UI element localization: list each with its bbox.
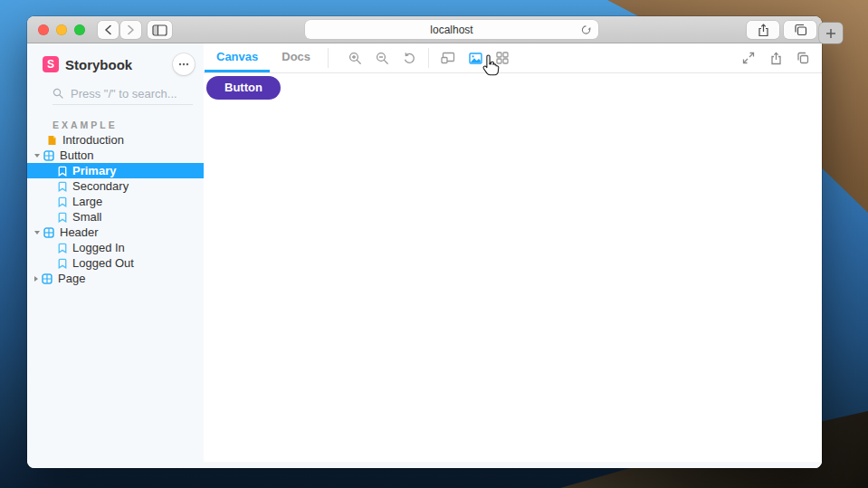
search-icon xyxy=(52,88,63,99)
zoom-reset-icon xyxy=(403,52,416,65)
sidebar-section-label: EXAMPLE xyxy=(52,117,204,132)
tab-docs[interactable]: Docs xyxy=(270,43,322,72)
zoom-out-button[interactable] xyxy=(368,45,396,71)
sidebar-item-header[interactable]: Header xyxy=(27,225,204,240)
story-canvas: Button xyxy=(204,73,822,462)
copy-link-button[interactable] xyxy=(789,45,816,71)
nav-buttons xyxy=(98,21,141,39)
component-icon xyxy=(43,227,54,238)
sidebar-toggle-icon xyxy=(152,24,167,36)
share-icon xyxy=(770,52,782,65)
sidebar-item-small[interactable]: Small xyxy=(27,209,204,225)
bookmark-icon xyxy=(58,212,67,223)
toolbar-right-icons xyxy=(735,45,816,71)
sidebar-item-logged-in[interactable]: Logged In xyxy=(27,240,204,255)
tab-overview-button[interactable] xyxy=(784,21,816,39)
zoom-in-icon xyxy=(348,52,362,65)
app-title: Storybook xyxy=(65,57,132,72)
sidebar-header: S Storybook xyxy=(43,53,195,76)
chevron-down-icon[interactable] xyxy=(34,154,40,158)
item-label: Secondary xyxy=(72,179,129,193)
zoom-in-button[interactable] xyxy=(341,45,368,71)
new-tab-button[interactable] xyxy=(819,23,843,43)
grid-button[interactable] xyxy=(489,45,516,71)
sidebar-item-secondary[interactable]: Secondary xyxy=(27,178,204,194)
browser-share-button[interactable] xyxy=(747,21,779,39)
chevron-right-icon[interactable] xyxy=(34,276,38,282)
toolbar-divider xyxy=(328,48,329,68)
viewport-button[interactable] xyxy=(434,45,462,71)
reload-icon[interactable] xyxy=(580,24,592,36)
story-button[interactable]: Button xyxy=(206,76,281,100)
sidebar-item-logged-out[interactable]: Logged Out xyxy=(27,255,204,271)
item-label: Large xyxy=(72,195,102,208)
browser-titlebar: localhost xyxy=(27,16,822,43)
sidebar-item-primary[interactable]: Primary xyxy=(27,163,204,178)
item-label: Logged In xyxy=(72,241,125,254)
share-icon xyxy=(758,24,769,37)
zoom-window-button[interactable] xyxy=(74,24,85,35)
background-icon xyxy=(469,53,482,64)
tab-canvas[interactable]: Canvas xyxy=(205,43,270,72)
viewport-icon xyxy=(441,52,455,64)
sidebar-menu-button[interactable] xyxy=(173,53,195,75)
sidebar-tree: Introduction Button xyxy=(27,132,204,286)
back-button[interactable] xyxy=(98,21,119,39)
chevron-left-icon xyxy=(104,24,112,35)
storybook-main: Canvas Docs xyxy=(204,43,822,468)
tab-bar: Canvas Docs xyxy=(205,43,322,72)
canvas-bottom-strip xyxy=(204,462,822,468)
minimize-window-button[interactable] xyxy=(56,24,67,35)
item-label: Small xyxy=(72,210,102,224)
url-field[interactable]: localhost xyxy=(305,20,598,39)
storybook-logo[interactable]: S xyxy=(43,56,59,72)
grid-icon xyxy=(496,52,509,64)
component-icon xyxy=(42,273,52,284)
item-label: Header xyxy=(60,225,99,239)
open-in-new-tab-button[interactable] xyxy=(762,45,789,71)
item-label: Page xyxy=(58,272,85,285)
component-icon xyxy=(43,150,54,161)
fullscreen-icon xyxy=(742,52,755,64)
copy-icon xyxy=(796,52,809,64)
bookmark-icon xyxy=(58,196,67,207)
safari-window: localhost xyxy=(27,16,822,468)
zoom-out-icon xyxy=(376,52,389,65)
fullscreen-button[interactable] xyxy=(735,45,762,71)
item-label: Logged Out xyxy=(72,256,134,270)
tab-overview-icon xyxy=(794,24,807,36)
chevron-down-icon[interactable] xyxy=(34,231,40,234)
close-window-button[interactable] xyxy=(38,24,49,35)
traffic-lights xyxy=(38,24,85,35)
zoom-reset-button[interactable] xyxy=(396,45,423,71)
bookmark-icon xyxy=(58,243,67,254)
sidebar-item-large[interactable]: Large xyxy=(27,194,204,209)
item-label: Button xyxy=(60,148,94,162)
item-label: Primary xyxy=(72,164,116,177)
storybook-app: S Storybook xyxy=(27,43,822,468)
forward-button[interactable] xyxy=(120,21,141,39)
item-label: Introduction xyxy=(62,133,124,147)
sidebar-toggle-button[interactable] xyxy=(148,21,172,39)
toolbar-divider xyxy=(428,48,429,68)
storybook-sidebar: S Storybook xyxy=(27,43,204,468)
bookmark-icon xyxy=(58,166,67,177)
search-box xyxy=(52,84,193,105)
plus-icon xyxy=(825,28,836,39)
canvas-toolbar: Canvas Docs xyxy=(204,43,822,73)
chevron-right-icon xyxy=(127,24,135,35)
bookmark-icon xyxy=(58,258,67,269)
url-text: localhost xyxy=(430,24,472,36)
background-button[interactable] xyxy=(462,45,489,71)
sidebar-item-page[interactable]: Page xyxy=(27,271,204,286)
ellipsis-icon xyxy=(178,62,189,66)
document-icon xyxy=(47,135,57,146)
sidebar-item-introduction[interactable]: Introduction xyxy=(27,132,204,148)
sidebar-item-button[interactable]: Button xyxy=(27,148,204,163)
bookmark-icon xyxy=(58,181,67,192)
